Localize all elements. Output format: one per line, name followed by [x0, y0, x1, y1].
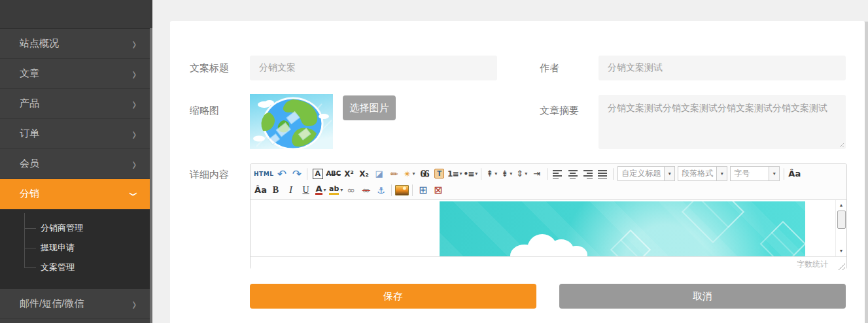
- cloud-graphic: [510, 234, 589, 256]
- sidebar-menu: 站点概况 › 文章 › 产品 › 订单 › 会员 › 分销 ›: [0, 29, 152, 209]
- submenu-item-withdrawal-request[interactable]: 提现申请: [0, 238, 152, 258]
- title-label: 文案标题: [190, 62, 229, 75]
- dropdown-arrow-icon: ▾: [525, 171, 527, 177]
- toolbar-separator: [784, 168, 784, 180]
- case-switch-icon[interactable]: Âa: [254, 183, 268, 197]
- chevron-right-icon: ›: [133, 65, 137, 82]
- rich-text-editor: HTML ↶ ↷: [250, 163, 847, 269]
- title-input[interactable]: [250, 56, 497, 80]
- toolbar-row-1: HTML ↶ ↷: [253, 165, 844, 182]
- scroll-up-arrow-icon[interactable]: ▲: [836, 201, 846, 209]
- indent-icon[interactable]: ⇥: [530, 167, 544, 180]
- sidebar-item-products[interactable]: 产品 ›: [0, 89, 152, 119]
- eraser-icon[interactable]: ◪: [372, 167, 386, 180]
- dropdown-arrow-icon: ▾: [340, 187, 343, 193]
- scroll-down-arrow-icon[interactable]: ▼: [836, 247, 846, 255]
- sidebar-item-site-overview[interactable]: 站点概况 ›: [0, 29, 152, 59]
- custom-title-select[interactable]: 自定义标题 ▾: [617, 166, 675, 181]
- justify-full-icon[interactable]: [596, 167, 610, 180]
- article-edit-form: 文案标题 作者 缩略图 选择图片 文章摘要 分: [170, 21, 865, 323]
- redo-icon[interactable]: ↷: [290, 167, 304, 180]
- blockquote-icon[interactable]: 66: [417, 167, 431, 180]
- toolbar-separator: [307, 168, 307, 180]
- line-height-icon[interactable]: ⇕ ▾: [515, 167, 529, 180]
- toolbar-separator: [391, 184, 392, 196]
- toolbar-separator: [412, 184, 413, 196]
- italic-icon[interactable]: I: [284, 183, 298, 197]
- font-size-select[interactable]: 字号 ▾: [730, 166, 780, 181]
- paragraph-spacing-bottom-icon[interactable]: ⇟ ▾: [500, 167, 513, 180]
- toolbar-separator: [547, 168, 547, 180]
- format-brush-icon[interactable]: ✏: [387, 167, 401, 180]
- content-inline-image[interactable]: [440, 201, 805, 256]
- unlink-icon[interactable]: ∞: [359, 183, 373, 197]
- author-label: 作者: [540, 62, 559, 75]
- bold-icon[interactable]: B: [269, 183, 283, 197]
- subscript-icon[interactable]: X₂: [357, 167, 371, 180]
- insert-table-icon[interactable]: ⊞: [416, 183, 430, 197]
- auto-typeset-icon[interactable]: ✴ ▾: [402, 167, 416, 180]
- delete-table-icon[interactable]: ⊠: [431, 183, 445, 197]
- paste-text-icon[interactable]: T: [432, 167, 446, 180]
- dropdown-arrow-icon: ▾: [412, 171, 415, 177]
- strikethrough-icon[interactable]: ABC: [326, 167, 341, 180]
- toolbar-row-2: Âa B I: [253, 182, 844, 198]
- thumbnail-label: 缩略图: [190, 105, 219, 117]
- paragraph-format-select[interactable]: 段落格式 ▾: [678, 166, 727, 181]
- sidebar-item-articles[interactable]: 文章 ›: [0, 59, 152, 89]
- editor-scrollbar-thumb[interactable]: [837, 211, 846, 229]
- underline-icon[interactable]: U: [299, 183, 313, 197]
- paragraph-spacing-top-icon[interactable]: ⇞ ▾: [485, 167, 498, 180]
- link-icon[interactable]: ∞: [344, 183, 358, 197]
- word-count-label: 字数统计: [797, 259, 828, 270]
- editor-status-bar: 字数统计: [251, 256, 846, 271]
- summary-label: 文章摘要: [540, 105, 579, 117]
- case-switch-icon[interactable]: Âa: [788, 167, 801, 180]
- ordered-list-icon[interactable]: 1≡ ▾: [447, 167, 462, 180]
- unordered-list-icon[interactable]: •≡ ▾: [464, 167, 478, 180]
- superscript-icon[interactable]: X²: [342, 167, 356, 180]
- cancel-button[interactable]: 取消: [559, 284, 846, 309]
- sidebar: 站点概况 › 文章 › 产品 › 订单 › 会员 › 分销 › 分销商管理: [0, 0, 152, 323]
- chevron-right-icon: ›: [133, 295, 137, 313]
- dropdown-arrow-icon: ▾: [769, 167, 779, 180]
- insert-image-icon[interactable]: [395, 183, 409, 197]
- toolbar-separator: [481, 168, 481, 180]
- choose-image-button[interactable]: 选择图片: [343, 95, 396, 120]
- chevron-down-icon: ›: [126, 192, 143, 196]
- html-source-icon[interactable]: HTML: [254, 167, 273, 180]
- font-border-icon[interactable]: A: [311, 167, 324, 180]
- sidebar-item-messaging[interactable]: 邮件/短信/微信 ›: [0, 289, 152, 319]
- dropdown-arrow-icon: ▾: [510, 171, 512, 177]
- author-input[interactable]: [599, 56, 846, 80]
- sidebar-item-members[interactable]: 会员 ›: [0, 149, 152, 179]
- sidebar-item-orders[interactable]: 订单 ›: [0, 119, 152, 149]
- submenu-item-copy-management[interactable]: 文案管理: [0, 258, 152, 277]
- chevron-right-icon: ›: [133, 95, 137, 112]
- dropdown-arrow-icon: ▾: [495, 171, 497, 177]
- save-button[interactable]: 保存: [250, 284, 536, 309]
- justify-right-icon[interactable]: [581, 167, 595, 180]
- content-label: 详细内容: [190, 169, 229, 181]
- justify-left-icon[interactable]: [551, 167, 564, 180]
- editor-toolbar: HTML ↶ ↷: [251, 164, 846, 200]
- dropdown-arrow-icon: ▾: [459, 171, 462, 177]
- anchor-icon[interactable]: ⚓: [374, 183, 388, 197]
- summary-textarea[interactable]: 分销文案测试分销文案测试分销文案测试分销文案测试: [599, 95, 846, 149]
- font-color-icon[interactable]: A ▾: [314, 183, 328, 197]
- dropdown-arrow-icon: ▾: [664, 167, 674, 180]
- dropdown-arrow-icon: ▾: [716, 167, 727, 180]
- editor-content-area[interactable]: ▲ ▼: [251, 200, 846, 256]
- submenu-item-distributor-management[interactable]: 分销商管理: [0, 218, 152, 238]
- justify-center-icon[interactable]: [566, 167, 580, 180]
- dropdown-arrow-icon: ▾: [475, 171, 477, 177]
- sidebar-scrollbar-thumb[interactable]: [150, 28, 152, 323]
- sidebar-header: [0, 0, 152, 29]
- editor-scrollbar[interactable]: ▲ ▼: [835, 200, 846, 256]
- sidebar-menu-bottom: 邮件/短信/微信 ›: [0, 289, 152, 319]
- dropdown-arrow-icon: ▾: [324, 187, 326, 193]
- editor-resize-grip-icon[interactable]: [837, 262, 845, 270]
- highlight-color-icon[interactable]: ab ▾: [329, 183, 343, 197]
- sidebar-item-distribution[interactable]: 分销 ›: [0, 179, 152, 209]
- undo-icon[interactable]: ↶: [275, 167, 288, 180]
